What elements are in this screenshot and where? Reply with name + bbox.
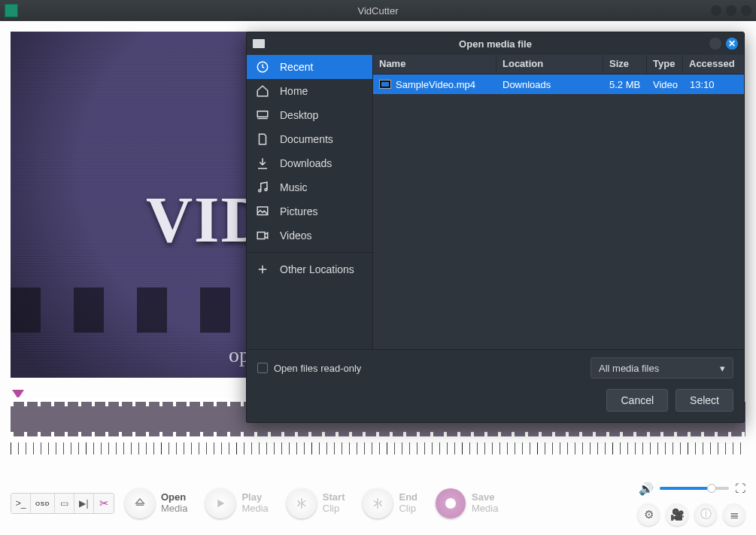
thumbnails-button[interactable]: ▭ (55, 494, 74, 513)
clip-end-icon (371, 497, 384, 510)
sidebar-item-label: Recent (280, 61, 313, 73)
col-type[interactable]: Type (647, 55, 683, 74)
sidebar-item-label: Other Locations (280, 263, 354, 275)
file-type: Video (647, 79, 684, 90)
svg-rect-5 (257, 233, 265, 239)
file-list-empty-area[interactable] (373, 94, 744, 349)
keyref-button[interactable]: ⓘ (694, 503, 717, 526)
plus-icon (256, 263, 269, 276)
clock-icon (256, 60, 269, 74)
volume-slider[interactable] (660, 487, 729, 490)
dialog-minimize-icon[interactable] (709, 38, 721, 50)
camera-icon: 🎥 (670, 508, 685, 521)
sidebar-item-documents[interactable]: Documents (247, 127, 372, 151)
document-icon (256, 132, 269, 146)
svg-point-3 (265, 189, 267, 191)
app-icon (5, 4, 18, 17)
fullscreen-icon[interactable]: ⛶ (735, 482, 745, 494)
time-ruler (11, 442, 745, 454)
column-headers[interactable]: Name Location Size Type Accessed (373, 55, 744, 74)
sidebar-item-recent[interactable]: Recent (247, 55, 372, 79)
svg-rect-1 (257, 111, 268, 117)
readonly-label: Open files read-only (274, 363, 361, 374)
window-maximize-icon[interactable] (726, 5, 736, 16)
sidebar-item-music[interactable]: Music (247, 175, 372, 199)
dialog-titlebar[interactable]: Open media file ✕ (247, 32, 744, 55)
col-size[interactable]: Size (603, 55, 647, 74)
bottom-toolbar: >_ OSD ▭ ▶| ✂ OpenMedia PlayMedia StartC… (11, 479, 745, 527)
volume-icon: 🔊 (639, 482, 654, 496)
file-filter-combo[interactable]: All media files ▾ (591, 357, 733, 378)
places-sidebar: Recent Home Desktop Documents Downloads … (247, 55, 373, 349)
file-size: 5.2 MB (603, 79, 647, 90)
sidebar-item-other-locations[interactable]: Other Locations (247, 257, 372, 281)
col-name[interactable]: Name (373, 55, 496, 74)
col-accessed[interactable]: Accessed (683, 55, 744, 74)
svg-point-2 (259, 190, 261, 192)
volume-control[interactable]: 🔊 ⛶ (639, 482, 745, 496)
checkbox-icon (257, 363, 268, 373)
menu-button[interactable]: ≣ (723, 503, 745, 526)
step-forward-button[interactable]: ▶| (74, 494, 94, 513)
sidebar-item-pictures[interactable]: Pictures (247, 199, 372, 223)
video-file-icon (379, 80, 391, 89)
open-media-dialog: Open media file ✕ Recent Home Desktop Do… (246, 32, 745, 423)
smartcut-button[interactable]: ✂ (94, 494, 114, 513)
mediainfo-button[interactable]: 🎥 (666, 503, 688, 526)
file-accessed: 13:10 (684, 79, 744, 90)
file-row[interactable]: SampleVideo.mp4 Downloads 5.2 MB Video 1… (373, 74, 744, 94)
gear-icon: ⚙ (644, 508, 654, 521)
sidebar-item-desktop[interactable]: Desktop (247, 103, 372, 127)
sidebar-item-label: Videos (280, 230, 312, 242)
open-media-action[interactable]: OpenMedia (125, 488, 187, 518)
record-icon (436, 488, 466, 518)
readonly-checkbox[interactable]: Open files read-only (257, 363, 361, 374)
sidebar-item-label: Home (280, 85, 308, 97)
download-icon (256, 157, 269, 170)
home-icon (256, 84, 269, 98)
sidebar-item-downloads[interactable]: Downloads (247, 151, 372, 175)
file-list-pane: Name Location Size Type Accessed SampleV… (373, 55, 744, 349)
video-icon (256, 229, 269, 242)
file-name: SampleVideo.mp4 (396, 79, 475, 90)
console-button[interactable]: >_ (11, 494, 31, 513)
app-title: VidCutter (358, 5, 399, 17)
play-icon (214, 497, 227, 510)
list-icon: ≣ (730, 508, 739, 521)
desktop-icon (256, 108, 269, 122)
dialog-close-icon[interactable]: ✕ (726, 38, 738, 50)
chevron-down-icon: ▾ (720, 363, 725, 374)
eject-icon (133, 497, 147, 510)
sidebar-item-home[interactable]: Home (247, 79, 372, 103)
sidebar-item-label: Desktop (280, 109, 318, 121)
mini-tool-group: >_ OSD ▭ ▶| ✂ (11, 493, 114, 514)
info-icon: ⓘ (700, 507, 712, 521)
window-close-icon[interactable] (741, 5, 751, 16)
titlebar[interactable]: VidCutter (0, 0, 756, 21)
cancel-button[interactable]: Cancel (606, 389, 668, 412)
file-location: Downloads (496, 79, 603, 90)
dialog-title: Open media file (459, 38, 532, 50)
sidebar-item-label: Documents (280, 133, 333, 145)
file-filter-label: All media files (599, 363, 659, 374)
start-clip-action[interactable]: StartClip (287, 488, 345, 518)
settings-button[interactable]: ⚙ (637, 503, 660, 526)
sidebar-item-label: Pictures (280, 205, 318, 217)
sidebar-item-label: Music (280, 181, 308, 193)
sidebar-item-videos[interactable]: Videos (247, 223, 372, 248)
clip-start-icon (295, 497, 308, 510)
music-icon (256, 181, 269, 194)
file-icon (253, 39, 265, 48)
image-icon (256, 205, 269, 218)
sidebar-item-label: Downloads (280, 157, 332, 169)
save-media-action[interactable]: SaveMedia (436, 488, 498, 518)
col-location[interactable]: Location (496, 55, 603, 74)
play-media-action[interactable]: PlayMedia (205, 488, 268, 518)
window-minimize-icon[interactable] (711, 5, 721, 16)
select-button[interactable]: Select (676, 389, 733, 412)
end-clip-action[interactable]: EndClip (363, 488, 417, 518)
osd-button[interactable]: OSD (31, 494, 55, 513)
